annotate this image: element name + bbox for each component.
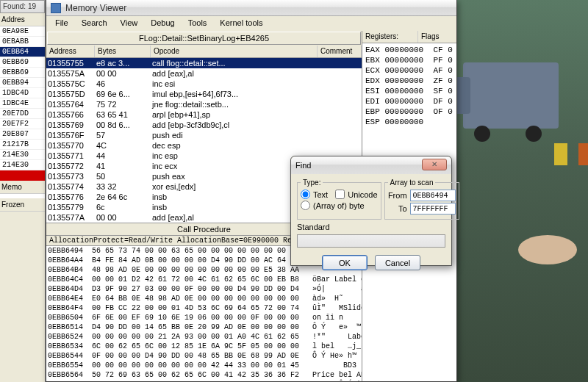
menu-view[interactable]: View (115, 16, 144, 31)
app-icon (51, 3, 61, 13)
titlebar[interactable]: Memory Viewer (46, 0, 456, 16)
col-flags[interactable]: Flags (418, 31, 442, 43)
from-input[interactable] (410, 190, 456, 201)
col-registers[interactable]: Registers: (362, 31, 418, 43)
disasm-row[interactable]: 0135576663 65 41arpl [ebp+41],sp (46, 109, 362, 120)
col-bytes[interactable]: Bytes (95, 46, 151, 57)
menu-tools[interactable]: Tools (182, 16, 213, 31)
array-to-scan-label: Array to scan (388, 179, 436, 187)
menu-debug[interactable]: Debug (145, 16, 180, 31)
address-row[interactable]: 0EBB69 (0, 68, 45, 78)
address-row[interactable]: 0EBB94 (0, 78, 45, 88)
address-row[interactable]: 20E7F2 (0, 119, 45, 129)
disasm-row[interactable]: 0135576900 8d 6...add [ebp-3cf3db9c],cl (46, 120, 362, 130)
address-row[interactable]: 0EBABB (0, 37, 45, 47)
search-text-label: Standard (297, 223, 445, 231)
game-truck (463, 62, 559, 129)
separator (0, 170, 45, 181)
ok-button[interactable]: OK (322, 255, 368, 270)
find-title: Find (295, 161, 311, 170)
type-text-label: Text (313, 190, 328, 199)
address-row[interactable]: 214E30 (0, 160, 45, 170)
address-column-head[interactable]: Addres (0, 13, 45, 26)
game-object (578, 143, 588, 165)
game-object (518, 235, 577, 264)
type-array-label: (Array of) byte (313, 201, 365, 210)
find-dialog: Find ✕ Type: Text Unicode (Array of) byt… (290, 156, 452, 266)
menubar: File Search View Debug Tools Kernel tool… (46, 16, 456, 31)
col-opcode[interactable]: Opcode (151, 46, 318, 57)
disasm-row[interactable]: 0135575A00 00add [eax],al (46, 68, 362, 79)
address-row[interactable]: 21217B (0, 140, 45, 150)
unicode-checkbox[interactable] (335, 190, 345, 199)
address-row[interactable]: 214E30 (0, 150, 45, 160)
disasm-row[interactable]: 013557704Cdec esp (46, 140, 362, 151)
close-button[interactable]: ✕ (422, 159, 447, 170)
address-row[interactable]: 0EBB69 (0, 57, 45, 68)
game-object (554, 143, 567, 165)
search-text-input[interactable] (297, 234, 445, 248)
type-text-radio[interactable] (301, 190, 310, 199)
found-count-title: Found: 19 (0, 0, 45, 13)
type-array-radio[interactable] (301, 201, 310, 210)
address-row[interactable]: 1DBC4D (0, 88, 45, 98)
find-titlebar[interactable]: Find ✕ (291, 156, 451, 174)
window-title: Memory Viewer (65, 3, 126, 13)
menu-file[interactable]: File (49, 16, 74, 31)
from-label: From (388, 191, 407, 200)
type-group: Type: Text Unicode (Array of) byte (297, 179, 381, 220)
disasm-row[interactable]: 0135575C46inc esi (46, 79, 362, 89)
to-input[interactable] (410, 203, 456, 215)
address-list-panel: Found: 19 Addres 0EA98E0EBABB0EBB640EBB6… (0, 0, 46, 382)
address-row[interactable]: 0EA98E (0, 26, 45, 37)
frozen-header[interactable]: Frozen (0, 198, 45, 212)
registers-header: Registers: Flags (362, 31, 456, 43)
unicode-label: Unicode (348, 190, 377, 199)
col-comment[interactable]: Comment (318, 46, 362, 57)
cancel-button[interactable]: Cancel (375, 255, 420, 270)
disasm-row[interactable]: 01355755e8 ac 3...call flog::detail::set… (46, 58, 362, 68)
type-label: Type: (301, 179, 323, 187)
address-row[interactable]: 0EBB64 (0, 47, 45, 57)
address-row[interactable]: 1DBC4E (0, 98, 45, 109)
range-group: Array to scan From To (384, 179, 459, 220)
address-row[interactable]: 20E7DD (0, 109, 45, 119)
menu-search[interactable]: Search (76, 16, 113, 31)
disasm-row[interactable]: 0135575D69 6e 6...imul ebp,[esi+64],6f73… (46, 89, 362, 99)
disasm-header: Address Bytes Opcode Comment (46, 46, 362, 58)
address-row[interactable]: 20E807 (0, 129, 45, 140)
disasm-row[interactable]: 0135576F57push edi (46, 130, 362, 140)
memo-header[interactable]: Memo (0, 181, 45, 194)
to-label: To (388, 204, 407, 213)
disasm-row[interactable]: 0135576475 72jne flog::detail::setb... (46, 99, 362, 109)
col-address[interactable]: Address (46, 46, 95, 57)
location-label: FLog::Detail::SetBinaryLog+EB4265 (47, 32, 361, 45)
menu-kernel-tools[interactable]: Kernel tools (214, 16, 268, 31)
